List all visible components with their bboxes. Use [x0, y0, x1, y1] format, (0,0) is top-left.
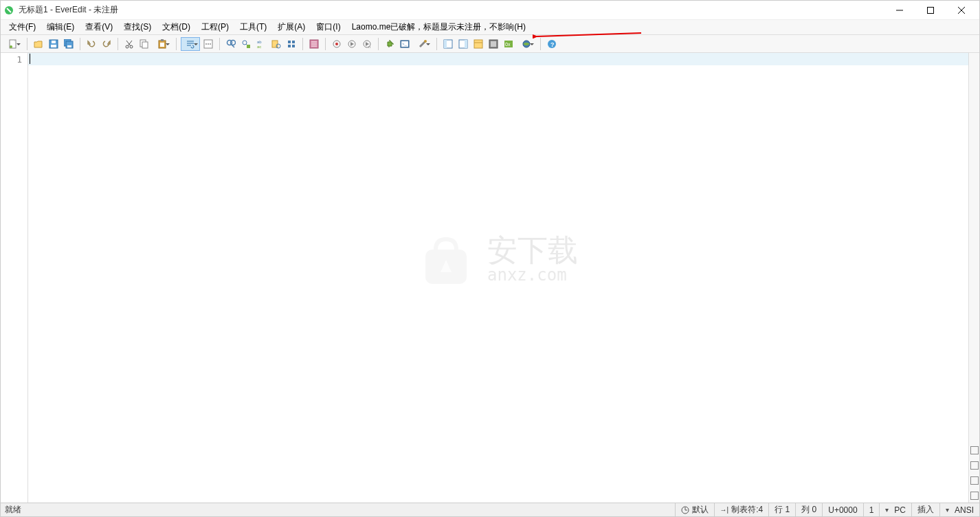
status-row[interactable]: 行 1: [768, 503, 795, 516]
svg-rect-44: [292, 45, 295, 47]
wordwrap-button[interactable]: [181, 37, 200, 51]
goto-button[interactable]: [269, 37, 283, 51]
status-syntax[interactable]: 默认: [675, 503, 714, 516]
console-button[interactable]: >_: [398, 37, 412, 51]
replace-button[interactable]: [239, 37, 253, 51]
indent-button[interactable]: [307, 37, 321, 51]
svg-rect-74: [425, 250, 467, 284]
statusbar: 就绪 默认 →|制表符:4 行 1 列 0 U+0000 1 PC 插入 ANS…: [1, 503, 979, 516]
bookmark-button[interactable]: [285, 37, 298, 51]
text-cursor: [30, 54, 30, 64]
app-window: 无标题1 - EverEdit - 未注册 文件(F) 编辑(E) 查看(V) …: [0, 0, 980, 517]
svg-rect-11: [52, 41, 56, 43]
svg-marker-52: [350, 42, 354, 46]
svg-text:?: ?: [550, 41, 555, 48]
browser-button[interactable]: [517, 37, 536, 51]
show-whitespace-button[interactable]: [201, 37, 215, 51]
play-macro-button[interactable]: [345, 37, 359, 51]
cut-button[interactable]: [122, 37, 136, 51]
text-editor[interactable]: 安下载 anxz.com: [28, 53, 968, 503]
status-page: 1: [863, 503, 880, 516]
menu-file[interactable]: 文件(F): [3, 20, 41, 34]
menu-doc[interactable]: 文档(D): [157, 20, 196, 34]
status-insert[interactable]: 插入: [911, 503, 939, 516]
svg-rect-20: [142, 42, 148, 48]
menu-help[interactable]: Laomo.me已破解，标题显示未注册，不影响(H): [346, 20, 531, 34]
redo-button[interactable]: [100, 37, 113, 51]
plugin-button[interactable]: [383, 37, 397, 51]
panel1-button[interactable]: [441, 37, 455, 51]
svg-text:n: n: [368, 45, 370, 49]
svg-rect-43: [288, 45, 291, 47]
minimize-button[interactable]: [884, 1, 915, 19]
svg-rect-61: [444, 40, 447, 48]
app-icon: [3, 5, 14, 16]
maximize-button[interactable]: [915, 1, 946, 19]
find-in-files-button[interactable]: abac: [254, 37, 268, 51]
save-all-button[interactable]: [62, 37, 76, 51]
menubar: 文件(F) 编辑(E) 查看(V) 查找(S) 文档(D) 工程(P) 工具(T…: [1, 20, 979, 35]
open-file-button[interactable]: [32, 37, 45, 51]
menu-window[interactable]: 窗口(I): [311, 20, 346, 34]
watermark-text: 安下载: [487, 235, 578, 265]
status-ready: 就绪: [1, 504, 675, 516]
current-line-highlight: [28, 53, 968, 65]
editor-area: 1 安下载 anxz.com: [1, 53, 979, 503]
rail-btn-4[interactable]: [970, 492, 979, 500]
status-col[interactable]: 列 0: [795, 503, 822, 516]
close-button[interactable]: [946, 1, 977, 19]
status-tab[interactable]: →|制表符:4: [714, 503, 769, 516]
panel2-button[interactable]: [456, 37, 470, 51]
side-rail: [968, 53, 979, 503]
svg-point-29: [208, 43, 209, 45]
tools-button[interactable]: [413, 37, 432, 51]
menu-view[interactable]: 查看(V): [80, 20, 118, 34]
svg-point-33: [231, 40, 236, 45]
copy-button[interactable]: [137, 37, 151, 51]
rail-btn-2[interactable]: [970, 461, 979, 470]
record-macro-button[interactable]: [330, 37, 344, 51]
new-file-button[interactable]: [3, 37, 23, 51]
repeat-macro-button[interactable]: n: [360, 37, 374, 51]
svg-rect-63: [465, 40, 467, 48]
undo-button[interactable]: [85, 37, 98, 51]
status-encoding[interactable]: ANSI: [939, 503, 979, 516]
svg-rect-10: [51, 45, 56, 47]
panel3-button[interactable]: [471, 37, 485, 51]
toolbar: abac n >_ 0x ?: [1, 35, 979, 53]
svg-rect-39: [272, 41, 278, 47]
svg-rect-42: [292, 41, 295, 43]
help-button[interactable]: ?: [545, 37, 559, 51]
svg-rect-41: [288, 41, 291, 43]
status-unicode: U+0000: [822, 503, 862, 516]
rail-btn-1[interactable]: [970, 446, 979, 454]
svg-point-28: [205, 43, 207, 45]
hex-button[interactable]: 0x: [502, 37, 515, 51]
svg-text:ac: ac: [257, 45, 261, 49]
menu-edit[interactable]: 编辑(E): [41, 20, 80, 34]
menu-tool[interactable]: 工具(T): [234, 20, 272, 34]
menu-ext[interactable]: 扩展(A): [272, 20, 311, 34]
svg-rect-64: [474, 40, 482, 48]
panel4-button[interactable]: [487, 37, 500, 51]
menu-project[interactable]: 工程(P): [196, 20, 234, 34]
menu-search[interactable]: 查找(S): [118, 20, 157, 34]
titlebar: 无标题1 - EverEdit - 未注册: [1, 1, 979, 20]
rail-btn-3[interactable]: [970, 476, 979, 485]
svg-rect-14: [67, 45, 71, 47]
line-number: 1: [1, 54, 22, 65]
save-button[interactable]: [47, 37, 60, 51]
find-button[interactable]: [224, 37, 238, 51]
paste-button[interactable]: [153, 37, 172, 51]
svg-rect-4: [927, 7, 933, 13]
watermark: 安下载 anxz.com: [419, 232, 578, 287]
window-title: 无标题1 - EverEdit - 未注册: [19, 4, 884, 16]
clock-icon: [681, 506, 689, 514]
svg-point-8: [10, 45, 12, 48]
svg-rect-36: [247, 45, 250, 48]
svg-rect-23: [160, 43, 164, 47]
status-linebreak[interactable]: PC: [879, 503, 911, 516]
svg-point-30: [210, 43, 211, 45]
svg-text:0x: 0x: [505, 42, 511, 47]
line-gutter: 1: [1, 53, 28, 503]
